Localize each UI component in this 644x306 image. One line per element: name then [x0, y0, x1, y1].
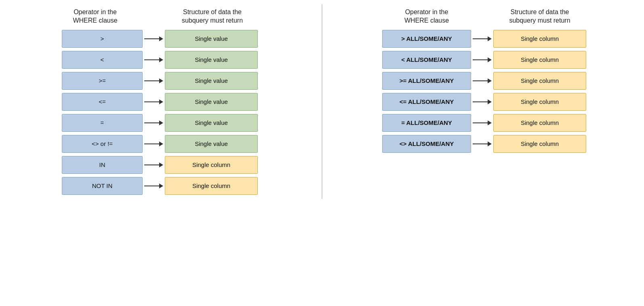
arrow-icon	[471, 99, 493, 105]
right-row-item: >= ALL/SOME/ANYSingle column	[382, 72, 586, 90]
arrow-icon	[143, 162, 165, 168]
left-result-box: Single value	[165, 72, 258, 90]
left-operator-box: IN	[62, 156, 143, 174]
arrow-icon	[143, 99, 165, 105]
right-col1-header: Operator in theWHERE clause	[382, 8, 471, 25]
left-rows-container: >Single value<Single value>=Single value…	[8, 30, 311, 195]
left-col2-header: Structure of data thesubquery must retur…	[160, 8, 265, 25]
right-operator-box: > ALL/SOME/ANY	[382, 30, 471, 48]
left-result-box: Single value	[165, 30, 258, 48]
left-result-box: Single column	[165, 177, 258, 195]
left-row-item: <Single value	[62, 51, 258, 69]
left-result-box: Single value	[165, 93, 258, 111]
arrow-icon	[143, 141, 165, 147]
left-operator-box: NOT IN	[62, 177, 143, 195]
arrow-icon	[143, 120, 165, 126]
arrow-icon	[471, 78, 493, 84]
arrow-icon	[471, 36, 493, 42]
left-operator-box: >=	[62, 72, 143, 90]
right-result-box: Single column	[493, 114, 586, 132]
left-result-box: Single column	[165, 156, 258, 174]
arrow-icon	[471, 120, 493, 126]
right-section: Operator in theWHERE clause Structure of…	[324, 4, 644, 157]
left-row-item: >=Single value	[62, 72, 258, 90]
right-operator-box: < ALL/SOME/ANY	[382, 51, 471, 69]
left-row-item: =Single value	[62, 114, 258, 132]
left-col1-header: Operator in theWHERE clause	[55, 8, 136, 25]
arrow-icon	[471, 57, 493, 63]
right-operator-box: >= ALL/SOME/ANY	[382, 72, 471, 90]
right-operator-box: <= ALL/SOME/ANY	[382, 93, 471, 111]
arrow-icon	[143, 36, 165, 42]
right-row-item: = ALL/SOME/ANYSingle column	[382, 114, 586, 132]
left-section: Operator in theWHERE clause Structure of…	[0, 4, 320, 199]
left-result-box: Single value	[165, 51, 258, 69]
right-result-box: Single column	[493, 93, 586, 111]
right-row-item: > ALL/SOME/ANYSingle column	[382, 30, 586, 48]
right-row-item: <> ALL/SOME/ANYSingle column	[382, 135, 586, 153]
right-result-box: Single column	[493, 135, 586, 153]
left-operator-box: <=	[62, 93, 143, 111]
right-result-box: Single column	[493, 51, 586, 69]
right-operator-box: = ALL/SOME/ANY	[382, 114, 471, 132]
left-operator-box: <	[62, 51, 143, 69]
left-row-item: NOT INSingle column	[62, 177, 258, 195]
right-row-item: < ALL/SOME/ANYSingle column	[382, 51, 586, 69]
right-col2-header: Structure of data thesubquery must retur…	[493, 8, 586, 25]
right-col-headers: Operator in theWHERE clause Structure of…	[333, 8, 636, 25]
section-divider	[322, 4, 322, 199]
left-result-box: Single value	[165, 135, 258, 153]
arrow-icon	[471, 141, 493, 147]
page-wrapper: Operator in theWHERE clause Structure of…	[0, 4, 644, 199]
right-operator-box: <> ALL/SOME/ANY	[382, 135, 471, 153]
left-row-item: INSingle column	[62, 156, 258, 174]
right-rows-container: > ALL/SOME/ANYSingle column< ALL/SOME/AN…	[333, 30, 636, 153]
right-result-box: Single column	[493, 72, 586, 90]
right-result-box: Single column	[493, 30, 586, 48]
arrow-icon	[143, 78, 165, 84]
left-result-box: Single value	[165, 114, 258, 132]
arrow-icon	[143, 57, 165, 63]
left-row-item: <> or !=Single value	[62, 135, 258, 153]
left-col-headers: Operator in theWHERE clause Structure of…	[8, 8, 311, 25]
right-row-item: <= ALL/SOME/ANYSingle column	[382, 93, 586, 111]
left-operator-box: =	[62, 114, 143, 132]
arrow-icon	[143, 183, 165, 189]
left-row-item: <=Single value	[62, 93, 258, 111]
left-row-item: >Single value	[62, 30, 258, 48]
left-operator-box: <> or !=	[62, 135, 143, 153]
left-operator-box: >	[62, 30, 143, 48]
